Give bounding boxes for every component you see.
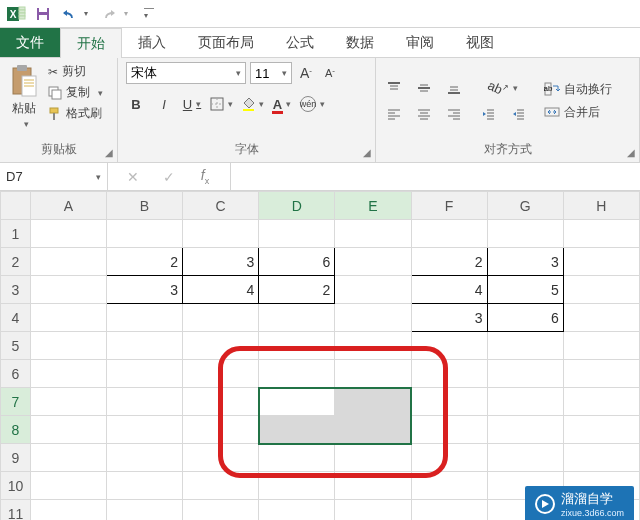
undo-dropdown-icon[interactable]: ▾ (84, 9, 94, 18)
cell[interactable]: 3 (106, 276, 182, 304)
cell[interactable]: 2 (259, 276, 335, 304)
row-header[interactable]: 11 (1, 500, 31, 521)
cell[interactable] (335, 416, 411, 444)
svg-text:X: X (10, 9, 17, 20)
tab-insert[interactable]: 插入 (122, 28, 182, 57)
redo-button[interactable] (98, 3, 120, 25)
font-name-value: 宋体 (131, 64, 157, 82)
bucket-icon (241, 97, 255, 111)
format-painter-button[interactable]: 格式刷 (46, 104, 105, 123)
col-header[interactable]: E (335, 192, 411, 220)
watermark-title: 溜溜自学 (561, 491, 613, 506)
name-box[interactable]: D7 ▾ (0, 163, 108, 190)
tab-view[interactable]: 视图 (450, 28, 510, 57)
select-all-corner[interactable] (1, 192, 31, 220)
name-box-value: D7 (6, 169, 23, 184)
cell-active[interactable] (259, 388, 335, 416)
merge-icon (544, 105, 560, 119)
chevron-down-icon: ▾ (98, 88, 103, 98)
cell[interactable]: 4 (411, 276, 487, 304)
row-header[interactable]: 7 (1, 388, 31, 416)
bold-button[interactable]: B (126, 94, 146, 114)
svg-rect-51 (545, 108, 559, 116)
align-center-button[interactable] (414, 104, 434, 124)
align-middle-button[interactable] (414, 78, 434, 98)
undo-button[interactable] (58, 3, 80, 25)
underline-button[interactable]: U▾ (182, 94, 202, 114)
grid-table[interactable]: A B C D E F G H 1 2 2 3 6 2 3 3 3 4 2 4 … (0, 191, 640, 520)
cell[interactable] (259, 416, 335, 444)
qat-customize-icon[interactable]: ▾ (144, 8, 154, 20)
increase-font-button[interactable]: Aˆ (296, 63, 316, 83)
col-header[interactable]: C (183, 192, 259, 220)
col-header[interactable]: F (411, 192, 487, 220)
group-font: 宋体 ▾ 11 ▾ Aˆ Aˇ B I U▾ ▾ (118, 58, 376, 162)
col-header[interactable]: H (563, 192, 639, 220)
copy-button[interactable]: 复制 ▾ (46, 83, 105, 102)
font-color-button[interactable]: A ▾ (272, 94, 292, 114)
launcher-icon[interactable]: ◢ (363, 147, 371, 158)
enter-formula-icon[interactable]: ✓ (154, 169, 184, 185)
row-header[interactable]: 5 (1, 332, 31, 360)
paste-button[interactable]: 粘贴 ▾ (8, 62, 40, 131)
redo-dropdown-icon[interactable]: ▾ (124, 9, 134, 18)
fx-icon[interactable]: fx (190, 167, 220, 186)
row-header[interactable]: 9 (1, 444, 31, 472)
align-right-button[interactable] (444, 104, 464, 124)
merge-center-button[interactable]: 合并后 (542, 103, 614, 122)
save-button[interactable] (32, 3, 54, 25)
font-name-select[interactable]: 宋体 ▾ (126, 62, 246, 84)
cell[interactable]: 2 (106, 248, 182, 276)
wrap-label: 自动换行 (564, 81, 612, 98)
col-header[interactable]: D (259, 192, 335, 220)
cell[interactable]: 3 (411, 304, 487, 332)
cell[interactable]: 2 (411, 248, 487, 276)
cell[interactable]: 4 (183, 276, 259, 304)
row-header[interactable]: 10 (1, 472, 31, 500)
svg-rect-5 (19, 16, 25, 19)
cell[interactable]: 3 (487, 248, 563, 276)
row-header[interactable]: 2 (1, 248, 31, 276)
phonetic-button[interactable]: wén ▾ (300, 94, 325, 114)
row-header[interactable]: 1 (1, 220, 31, 248)
align-bottom-button[interactable] (444, 78, 464, 98)
cell[interactable]: 5 (487, 276, 563, 304)
clipboard-icon (10, 64, 38, 98)
col-header[interactable]: G (487, 192, 563, 220)
decrease-indent-button[interactable] (478, 104, 498, 124)
orientation-button[interactable]: ab↗▾ (478, 78, 528, 98)
launcher-icon[interactable]: ◢ (627, 147, 635, 158)
tab-review[interactable]: 审阅 (390, 28, 450, 57)
tab-formulas[interactable]: 公式 (270, 28, 330, 57)
row-header[interactable]: 3 (1, 276, 31, 304)
row-header[interactable]: 8 (1, 416, 31, 444)
col-header[interactable]: B (106, 192, 182, 220)
row-header[interactable]: 6 (1, 360, 31, 388)
tab-file[interactable]: 文件 (0, 28, 60, 57)
cell[interactable]: 6 (259, 248, 335, 276)
launcher-icon[interactable]: ◢ (105, 147, 113, 158)
tab-data[interactable]: 数据 (330, 28, 390, 57)
cell[interactable] (335, 388, 411, 416)
merge-label: 合并后 (564, 104, 600, 121)
cell[interactable]: 3 (183, 248, 259, 276)
tab-home[interactable]: 开始 (60, 28, 122, 58)
title-bar: X ▾ ▾ ▾ (0, 0, 640, 28)
col-header[interactable]: A (30, 192, 106, 220)
border-button[interactable]: ▾ (210, 94, 233, 114)
align-top-button[interactable] (384, 78, 404, 98)
wrap-text-button[interactable]: ab 自动换行 (542, 80, 614, 99)
formula-input[interactable] (231, 163, 640, 190)
cell[interactable]: 6 (487, 304, 563, 332)
font-size-select[interactable]: 11 ▾ (250, 62, 292, 84)
cancel-formula-icon[interactable]: ✕ (118, 169, 148, 185)
decrease-font-button[interactable]: Aˇ (320, 63, 340, 83)
align-left-button[interactable] (384, 104, 404, 124)
italic-button[interactable]: I (154, 94, 174, 114)
fill-color-button[interactable]: ▾ (241, 94, 264, 114)
tab-layout[interactable]: 页面布局 (182, 28, 270, 57)
row-header[interactable]: 4 (1, 304, 31, 332)
brush-icon (48, 107, 62, 121)
increase-indent-button[interactable] (508, 104, 528, 124)
cut-button[interactable]: ✂ 剪切 (46, 62, 105, 81)
